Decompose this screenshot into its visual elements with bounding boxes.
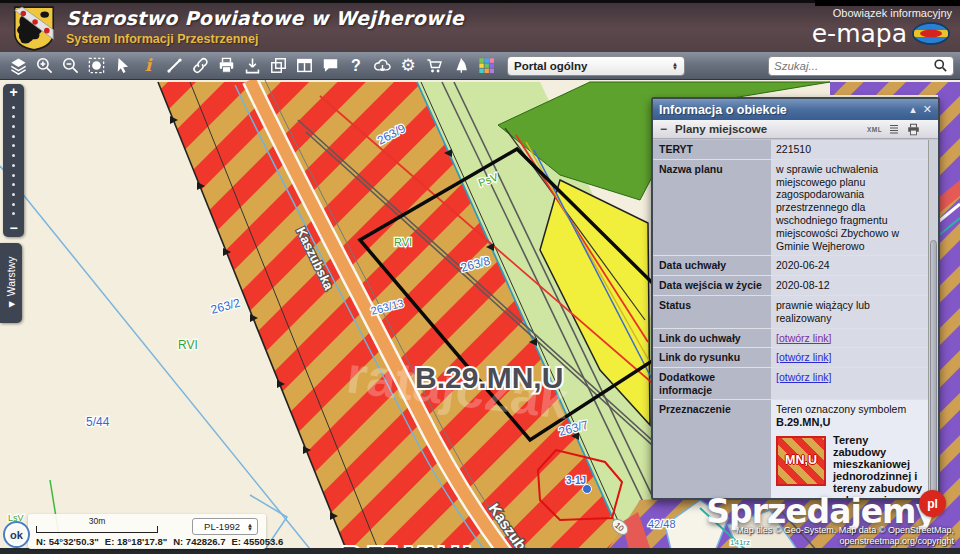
- table-row: Nazwa planuw sprawie uchwalenia miejscow…: [653, 160, 928, 257]
- landuse-label: RVI: [394, 236, 412, 248]
- sail-flag-icon[interactable]: [447, 54, 473, 78]
- zone-purple-sliver: [938, 95, 960, 500]
- emapa-logo-icon: [912, 22, 950, 45]
- projection-select[interactable]: PL-1992 ▲▼: [192, 518, 258, 535]
- zoom-in-button[interactable]: +: [9, 86, 17, 99]
- privacy-link[interactable]: Obowiązek informacyjny: [833, 7, 952, 19]
- cart-icon[interactable]: [421, 54, 447, 78]
- zone-label-b29: B.29.MN,U: [415, 361, 563, 394]
- table-row: TERYT221510: [653, 140, 928, 160]
- window-top-edge-right: [815, 0, 960, 6]
- open-resolution-link[interactable]: [otwórz link]: [776, 332, 831, 344]
- search-input[interactable]: [774, 60, 933, 72]
- osm-copyright-link[interactable]: openstreetmap.org/copyright: [736, 536, 954, 547]
- search-box: [768, 56, 954, 76]
- search-icon[interactable]: [933, 58, 948, 73]
- emapa-label: e-mapa: [812, 19, 907, 48]
- zoom-out-icon[interactable]: [57, 54, 83, 78]
- parcel-label: 42/48: [648, 518, 676, 530]
- object-info-icon[interactable]: i: [135, 54, 161, 78]
- info-panel-title: Informacja o obiekcie: [659, 103, 903, 117]
- link-icon[interactable]: [187, 54, 213, 78]
- xml-export-button[interactable]: XML: [867, 126, 882, 133]
- zone-description: Tereny zabudowy mieszkaniowej jednorodzi…: [833, 434, 923, 500]
- print-icon[interactable]: [213, 54, 239, 78]
- list-view-icon[interactable]: [888, 123, 900, 135]
- print-section-icon[interactable]: [906, 123, 921, 136]
- application-window: ratajczak 263/9 PsV RVI 263/8 263/2 263/…: [0, 0, 960, 554]
- table-row-link: Dodatkowe informacje[otwórz link]: [653, 368, 928, 400]
- zoom-slider: + −: [3, 84, 24, 237]
- zone-symbol: B.29.MN,U: [776, 416, 923, 429]
- info-panel-body: TERYT221510 Nazwa planuw sprawie uchwale…: [653, 140, 928, 498]
- select-stepper-icon: ▲▼: [247, 523, 253, 531]
- sprzedajemy-pl-badge: pl: [919, 490, 946, 517]
- map-toolbar: i ? ⚙ Portal ogólny ▲▼: [0, 52, 960, 80]
- zoom-level-dots[interactable]: [12, 99, 15, 222]
- help-icon[interactable]: ?: [343, 54, 369, 78]
- portal-select-value: Portal ogólny: [514, 60, 672, 72]
- zone-purple-sliver-top: [830, 82, 960, 95]
- app-header: Starostwo Powiatowe w Wejherowie System …: [0, 2, 960, 52]
- scale-bar: 30m: [36, 526, 158, 533]
- layers-tab-label: ▼ Warstwy: [5, 256, 17, 309]
- landuse-label: RVI: [178, 338, 198, 352]
- table-row-link: Link do rysunku[otwórz link]: [653, 348, 928, 368]
- layers-panel-tab[interactable]: ▼ Warstwy: [0, 243, 22, 323]
- scrollbar-thumb[interactable]: [930, 240, 937, 500]
- building-label: 3-1J: [566, 475, 586, 486]
- settings-icon[interactable]: ⚙: [395, 54, 421, 78]
- ok-button[interactable]: ok: [3, 521, 30, 548]
- open-additional-info-link[interactable]: [otwórz link]: [776, 371, 831, 383]
- coat-of-arms: [12, 5, 56, 52]
- collapse-icon[interactable]: ▴: [910, 104, 916, 115]
- portal-select[interactable]: Portal ogólny ▲▼: [507, 56, 685, 76]
- app-subtitle: System Informacji Przestrzennej: [66, 32, 464, 46]
- cloud-icon[interactable]: [369, 54, 395, 78]
- section-plany-miejscowe[interactable]: − Plany miejscowe XML: [653, 120, 938, 139]
- parcel-label: 5/44: [86, 415, 110, 429]
- close-icon[interactable]: ✕: [923, 104, 932, 115]
- zoom-out-button[interactable]: −: [9, 222, 17, 235]
- section-title: Plany miejscowe: [675, 123, 867, 135]
- select-area-icon[interactable]: [83, 54, 109, 78]
- copy-icon[interactable]: [265, 54, 291, 78]
- collapse-section-icon: −: [660, 122, 667, 136]
- select-stepper-icon: ▲▼: [672, 62, 678, 70]
- download-icon[interactable]: [239, 54, 265, 78]
- layers-icon[interactable]: [5, 54, 31, 78]
- open-drawing-link[interactable]: [otwórz link]: [776, 351, 831, 363]
- layout-panels-icon[interactable]: [291, 54, 317, 78]
- app-title: Starostwo Powiatowe w Wejherowie: [66, 7, 464, 29]
- zone-intro: Teren oznaczony symbolem: [776, 403, 923, 416]
- emapa-brand[interactable]: e-mapa: [812, 19, 950, 48]
- table-row: Statusprawnie wiążący lub realizowany: [653, 296, 928, 329]
- zoom-in-icon[interactable]: [31, 54, 57, 78]
- table-row-przeznaczenie: Przeznaczenie Teren oznaczony symbolem B…: [653, 400, 928, 500]
- panel-scrollbar[interactable]: [928, 140, 938, 498]
- info-panel-header[interactable]: Informacja o obiekcie ▴ ✕: [653, 99, 938, 120]
- coordinates-readout: N: 54°32'50.3"E: 18°18'17.8"N: 742826.7E…: [36, 536, 262, 547]
- map-attribution: Map tiles © Geo-System. Map data © OpenS…: [736, 525, 954, 548]
- table-row: Data uchwały2020-06-24: [653, 256, 928, 276]
- status-bar: 30m PL-1992 ▲▼ N: 54°32'50.3"E: 18°18'17…: [28, 514, 266, 549]
- scale-label: 30m: [37, 516, 157, 526]
- projection-value: PL-1992: [197, 521, 247, 532]
- table-row: Data wejścia w życie2020-08-12: [653, 276, 928, 296]
- table-row-link: Link do uchwały[otwórz link]: [653, 329, 928, 349]
- info-panel: Informacja o obiekcie ▴ ✕ − Plany miejsc…: [651, 97, 940, 500]
- zone-mnu-legend-icon: MN,U: [776, 436, 826, 486]
- pointer-icon[interactable]: [109, 54, 135, 78]
- comment-icon[interactable]: [317, 54, 343, 78]
- basemaps-palette-icon[interactable]: [473, 54, 499, 78]
- measure-icon[interactable]: [161, 54, 187, 78]
